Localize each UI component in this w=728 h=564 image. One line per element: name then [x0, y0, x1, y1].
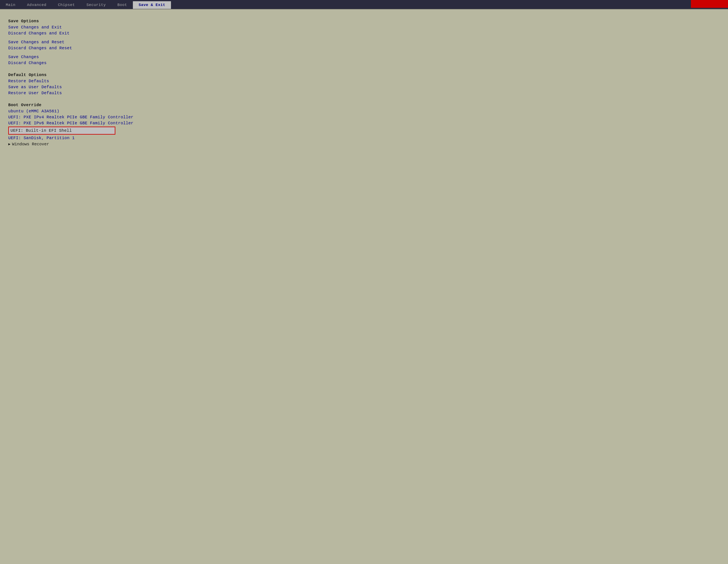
- red-highlight-block: [691, 0, 728, 8]
- ubuntu-emmc-option[interactable]: ubuntu (eMMC A3A561): [8, 108, 720, 114]
- uefi-pxe-ipv6-option[interactable]: UEFI: PXE IPv6 Realtek PCIe GBE Family C…: [8, 120, 720, 126]
- tab-save-exit[interactable]: Save & Exit: [133, 1, 171, 9]
- discard-changes-option[interactable]: Discard Changes: [8, 60, 720, 66]
- menu-bar: Main Advanced Chipset Security Boot Save…: [0, 0, 728, 9]
- save-user-defaults-option[interactable]: Save as User Defaults: [8, 84, 720, 90]
- boot-override-section: Boot Override ubuntu (eMMC A3A561) UEFI:…: [8, 99, 720, 146]
- save-options-header: Save Options: [8, 19, 720, 23]
- uefi-built-in-efi-shell-option[interactable]: UEFI: Built-in EFI Shell: [8, 126, 115, 135]
- save-changes-reset-option[interactable]: Save Changes and Reset: [8, 39, 720, 45]
- boot-override-header: Boot Override: [8, 103, 720, 107]
- uefi-pxe-ipv4-option[interactable]: UEFI: PXE IPv4 Realtek PCIe GBE Family C…: [8, 114, 720, 120]
- bios-screen: Main Advanced Chipset Security Boot Save…: [0, 0, 728, 564]
- discard-changes-exit-option[interactable]: Discard Changes and Exit: [8, 30, 720, 36]
- discard-changes-reset-option[interactable]: Discard Changes and Reset: [8, 45, 720, 51]
- default-options-header: Default Options: [8, 73, 720, 77]
- restore-user-defaults-option[interactable]: Restore User Defaults: [8, 90, 720, 96]
- tab-advanced[interactable]: Advanced: [21, 1, 52, 9]
- windows-recover-option[interactable]: ► Windows Recover: [8, 142, 720, 146]
- tab-boot[interactable]: Boot: [112, 1, 133, 9]
- tab-main[interactable]: Main: [0, 1, 21, 9]
- content-area: Save Options Save Changes and Exit Disca…: [0, 9, 728, 564]
- save-changes-option[interactable]: Save Changes: [8, 54, 720, 60]
- restore-defaults-option[interactable]: Restore Defaults: [8, 78, 720, 84]
- windows-recover-label: Windows Recover: [12, 142, 49, 146]
- save-changes-exit-option[interactable]: Save Changes and Exit: [8, 24, 720, 30]
- tab-security[interactable]: Security: [81, 1, 112, 9]
- tab-chipset[interactable]: Chipset: [52, 1, 81, 9]
- uefi-sandisk-option[interactable]: UEFI: SanDisk, Partition 1: [8, 135, 720, 141]
- right-arrow-icon: ►: [8, 142, 11, 146]
